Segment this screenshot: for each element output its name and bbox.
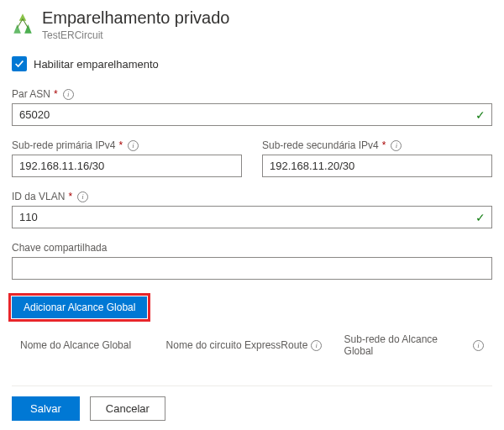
secondary-subnet-input[interactable] (262, 155, 492, 177)
vlan-input[interactable] (12, 206, 492, 228)
valid-check-icon: ✓ (475, 108, 486, 122)
info-icon[interactable]: i (473, 340, 484, 351)
required-mark: * (54, 88, 58, 100)
info-icon[interactable]: i (128, 140, 139, 151)
required-mark: * (382, 139, 386, 151)
asn-label: Par ASN (12, 88, 50, 100)
save-button[interactable]: Salvar (12, 396, 80, 421)
primary-subnet-label: Sub-rede primária IPv4 (12, 139, 115, 151)
divider (12, 385, 492, 386)
info-icon[interactable]: i (63, 89, 74, 100)
valid-check-icon: ✓ (475, 211, 486, 224)
enable-peering-label: Habilitar emparelhamento (34, 58, 159, 71)
asn-field: Par ASN * i ✓ (12, 88, 492, 126)
secondary-subnet-label: Sub-rede secundária IPv4 (262, 139, 379, 151)
info-icon[interactable]: i (391, 140, 402, 151)
shared-key-label: Chave compartilhada (12, 242, 107, 254)
vlan-label: ID da VLAN (12, 191, 65, 202)
primary-subnet-field: Sub-rede primária IPv4 * i (12, 139, 242, 177)
enable-peering-checkbox[interactable] (12, 56, 27, 71)
shared-key-input[interactable] (12, 257, 492, 280)
cancel-button[interactable]: Cancelar (90, 396, 165, 421)
vlan-field: ID da VLAN * i ✓ (12, 191, 492, 228)
enable-peering-row: Habilitar emparelhamento (12, 56, 492, 71)
secondary-subnet-field: Sub-rede secundária IPv4 * i (262, 139, 492, 177)
required-mark: * (68, 191, 72, 202)
asn-input[interactable] (12, 103, 492, 126)
page-title: Emparelhamento privado (42, 8, 229, 28)
column-circuit-name: Nome do circuito ExpressRoute i (166, 333, 328, 357)
column-subnet: Sub-rede do Alcance Global i (344, 333, 484, 357)
required-mark: * (118, 139, 123, 151)
page-header: Emparelhamento privado TestERCircuit (12, 8, 492, 41)
add-global-reach-button[interactable]: Adicionar Alcance Global (12, 296, 147, 318)
page-subtitle: TestERCircuit (42, 29, 229, 41)
primary-subnet-input[interactable] (12, 155, 242, 177)
info-icon[interactable]: i (311, 340, 322, 351)
shared-key-field: Chave compartilhada (12, 242, 492, 280)
info-icon[interactable]: i (77, 191, 88, 202)
footer-buttons: Salvar Cancelar (12, 396, 492, 421)
peering-icon (12, 12, 34, 37)
column-global-reach-name: Nome do Alcance Global (20, 333, 150, 357)
global-reach-table-header: Nome do Alcance Global Nome do circuito … (12, 328, 492, 362)
